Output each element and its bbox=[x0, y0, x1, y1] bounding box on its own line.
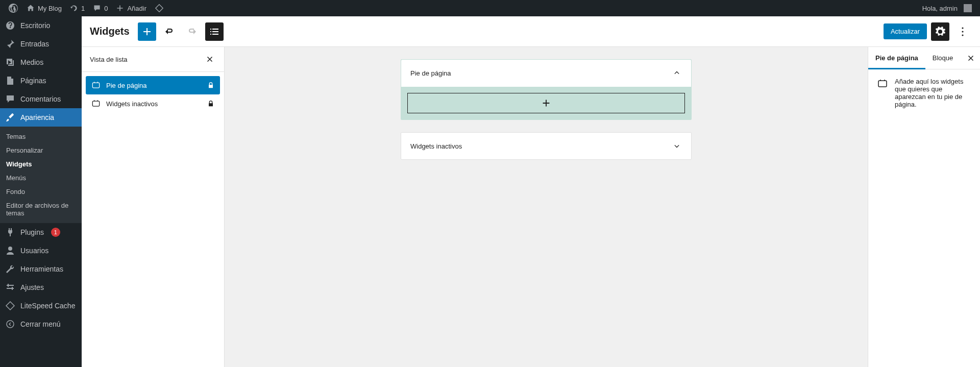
kebab-icon bbox=[957, 26, 969, 38]
menu-collapse[interactable]: Cerrar menú bbox=[0, 315, 82, 333]
menu-comments[interactable]: Comentarios bbox=[0, 90, 82, 108]
gear-icon bbox=[934, 26, 946, 38]
plug-icon bbox=[5, 227, 15, 237]
greeting-label: Hola, admin bbox=[922, 5, 958, 12]
page-title: Widgets bbox=[90, 26, 130, 37]
redo-button[interactable] bbox=[183, 22, 201, 41]
svg-rect-4 bbox=[92, 83, 99, 88]
site-name-label: My Blog bbox=[38, 5, 62, 12]
site-name-link[interactable]: My Blog bbox=[22, 0, 66, 16]
svg-rect-6 bbox=[878, 81, 887, 87]
settings-toggle-button[interactable] bbox=[931, 22, 949, 41]
updates-count: 1 bbox=[81, 5, 85, 12]
collapse-icon bbox=[5, 319, 15, 329]
menu-plugins[interactable]: Plugins 1 bbox=[0, 223, 82, 241]
listview-item-label: Widgets inactivos bbox=[106, 100, 158, 108]
listview-toggle-button[interactable] bbox=[205, 22, 224, 41]
comments-link[interactable]: 0 bbox=[89, 0, 112, 16]
wp-logo[interactable] bbox=[4, 0, 22, 16]
submenu-widgets[interactable]: Widgets bbox=[0, 157, 82, 171]
chevron-down-icon bbox=[672, 141, 682, 151]
listview-item-label: Pie de página bbox=[106, 82, 147, 89]
svg-point-0 bbox=[7, 321, 14, 328]
add-new-link[interactable]: Añadir bbox=[112, 0, 151, 16]
more-options-button[interactable] bbox=[953, 22, 972, 41]
list-icon bbox=[208, 26, 220, 38]
wrench-icon bbox=[5, 264, 15, 274]
menu-posts[interactable]: Entradas bbox=[0, 35, 82, 53]
comment-icon bbox=[93, 4, 101, 12]
close-icon bbox=[205, 55, 214, 64]
listview-item-footer[interactable]: Pie de página bbox=[86, 76, 220, 94]
add-block-appender[interactable] bbox=[407, 93, 685, 113]
dashboard-icon bbox=[5, 20, 15, 31]
brush-icon bbox=[5, 112, 15, 123]
media-icon bbox=[5, 57, 15, 67]
redo-icon bbox=[186, 26, 198, 38]
svg-point-1 bbox=[962, 27, 963, 29]
lock-icon bbox=[207, 100, 215, 108]
add-new-label: Añadir bbox=[127, 5, 146, 12]
widget-area-label: Widgets inactivos bbox=[410, 142, 462, 150]
plugin-update-badge: 1 bbox=[51, 228, 60, 237]
comment-icon bbox=[5, 94, 15, 104]
undo-button[interactable] bbox=[160, 22, 179, 41]
menu-tools[interactable]: Herramientas bbox=[0, 260, 82, 278]
widget-area-icon bbox=[876, 78, 889, 90]
diamond-icon bbox=[5, 301, 15, 311]
menu-litespeed[interactable]: LiteSpeed Cache bbox=[0, 297, 82, 315]
submenu-themes[interactable]: Temas bbox=[0, 130, 82, 143]
update-button[interactable]: Actualizar bbox=[884, 23, 927, 39]
widget-area-icon bbox=[91, 80, 101, 90]
diamond-icon bbox=[155, 4, 164, 13]
plus-icon bbox=[141, 26, 153, 38]
menu-settings[interactable]: Ajustes bbox=[0, 278, 82, 297]
user-icon bbox=[5, 246, 15, 256]
plus-icon bbox=[116, 4, 124, 12]
settings-tab-block[interactable]: Bloque bbox=[925, 47, 960, 69]
widget-area-label: Pie de página bbox=[410, 69, 451, 77]
avatar bbox=[964, 4, 972, 12]
close-icon bbox=[966, 54, 975, 63]
chevron-up-icon bbox=[672, 68, 682, 78]
user-greeting[interactable]: Hola, admin bbox=[918, 0, 976, 16]
menu-pages[interactable]: Páginas bbox=[0, 71, 82, 90]
widget-area-icon bbox=[91, 99, 101, 109]
comments-count: 0 bbox=[104, 5, 108, 12]
settings-info-text: Añade aquí los widgets que quieres que a… bbox=[895, 78, 972, 108]
sliders-icon bbox=[5, 282, 15, 292]
pin-icon bbox=[5, 39, 15, 49]
submenu-menus[interactable]: Menús bbox=[0, 171, 82, 185]
submenu-background[interactable]: Fondo bbox=[0, 185, 82, 199]
svg-rect-5 bbox=[92, 101, 99, 106]
svg-point-2 bbox=[962, 31, 963, 32]
undo-icon bbox=[163, 26, 176, 38]
litespeed-bar-icon[interactable] bbox=[151, 0, 168, 16]
refresh-icon bbox=[70, 4, 78, 12]
submenu-theme-editor[interactable]: Editor de archivos de temas bbox=[0, 199, 82, 220]
menu-users[interactable]: Usuarios bbox=[0, 241, 82, 260]
listview-close-button[interactable] bbox=[204, 53, 216, 65]
add-block-button[interactable] bbox=[138, 22, 156, 41]
page-icon bbox=[5, 76, 15, 86]
widget-area-inactive-header[interactable]: Widgets inactivos bbox=[401, 132, 692, 160]
svg-point-3 bbox=[962, 34, 963, 36]
lock-icon bbox=[207, 81, 215, 89]
home-icon bbox=[27, 4, 35, 12]
settings-tab-area[interactable]: Pie de página bbox=[868, 47, 925, 69]
listview-title: Vista de lista bbox=[90, 56, 127, 63]
widget-area-footer-header[interactable]: Pie de página bbox=[401, 60, 691, 87]
menu-media[interactable]: Medios bbox=[0, 53, 82, 71]
submenu-customize[interactable]: Personalizar bbox=[0, 143, 82, 157]
menu-appearance[interactable]: Apariencia bbox=[0, 108, 82, 127]
updates-link[interactable]: 1 bbox=[66, 0, 89, 16]
menu-dashboard[interactable]: Escritorio bbox=[0, 16, 82, 35]
settings-close-button[interactable] bbox=[962, 54, 980, 63]
listview-item-inactive[interactable]: Widgets inactivos bbox=[86, 94, 220, 113]
plus-icon bbox=[541, 97, 552, 109]
